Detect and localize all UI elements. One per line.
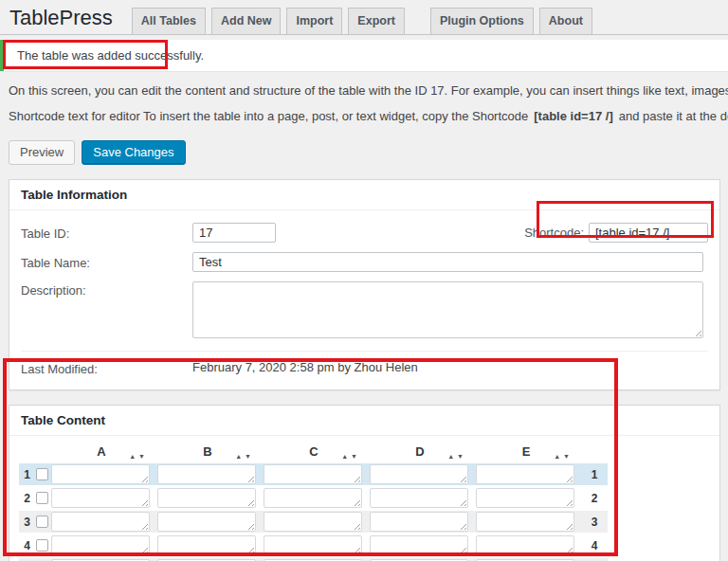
sort-desc-icon[interactable]: ▼ [563,453,570,460]
table-name-label: Table Name: [21,254,192,270]
cell-textarea[interactable] [264,535,362,555]
shortcode-hint-text: Shortcode text for editor To insert the … [9,109,728,123]
column-header-b: B▲▼ [158,444,257,459]
table-content-grid: A▲▼ B▲▼ C▲▼ D▲▼ E▲▼ 1 1 2 2 3 [9,436,719,561]
tab-import[interactable]: Import [286,8,342,34]
sort-desc-icon[interactable]: ▼ [351,453,357,460]
cell-textarea[interactable] [51,488,150,508]
sort-desc-icon[interactable]: ▼ [245,453,251,460]
cell-textarea[interactable] [370,464,468,484]
shortcode-hint-after: and paste it at the desired place in the… [619,109,728,123]
shortcode-hint-before: Shortcode text for editor To insert the … [9,109,528,123]
shortcode-label: Shortcode: [524,226,584,240]
save-changes-button[interactable]: Save Changes [82,140,185,165]
description-textarea[interactable] [192,281,703,338]
table-row: 4 4 [19,534,608,556]
table-content-heading: Table Content [9,406,719,436]
row-checkbox[interactable] [36,468,48,480]
row-number-left: 1 [24,468,30,481]
row-number-right: 1 [585,463,604,485]
sort-desc-icon[interactable]: ▼ [138,453,145,460]
description-label: Description: [21,281,192,298]
sort-asc-icon[interactable]: ▲ [235,453,242,460]
cell-textarea[interactable] [51,535,150,555]
row-number-left: 4 [24,539,30,552]
column-header-a: A▲▼ [52,444,151,459]
cell-textarea[interactable] [264,512,362,532]
cell-textarea[interactable] [476,512,574,532]
row-number-left: 2 [24,492,30,505]
notice-message: The table was added successfully. [17,48,204,63]
cell-textarea[interactable] [157,512,256,532]
column-header-row: A▲▼ B▲▼ C▲▼ D▲▼ E▲▼ [19,442,719,461]
row-number-left: 3 [24,516,30,529]
tab-plugin-options[interactable]: Plugin Options [430,8,534,34]
cell-textarea[interactable] [476,488,574,508]
action-button-row: Preview Save Changes [9,140,728,165]
tab-export[interactable]: Export [348,8,405,34]
table-name-input[interactable] [192,252,703,272]
success-notice: The table was added successfully. [0,40,728,71]
cell-textarea[interactable] [264,464,362,484]
column-label: A [97,444,105,459]
cell-textarea[interactable] [476,535,574,555]
table-id-label: Table ID: [21,225,192,241]
cell-textarea[interactable] [370,535,468,555]
tab-all-tables[interactable]: All Tables [132,8,206,34]
row-checkbox[interactable] [36,492,48,504]
cell-textarea[interactable] [157,535,256,555]
sort-asc-icon[interactable]: ▲ [129,453,136,460]
screen-intro-text: On this screen, you can edit the content… [9,83,728,98]
tab-add-new[interactable]: Add New [211,8,281,34]
table-information-panel: Table Information Table ID: Shortcode: T… [9,179,720,390]
table-row: 1 1 [19,463,608,485]
row-checkbox[interactable] [36,539,48,552]
column-header-c: C▲▼ [264,444,363,459]
row-number-right: 3 [585,511,604,533]
last-modified-label: Last Modified: [21,360,192,376]
row-number-right: 4 [585,534,604,556]
column-header-d: D▲▼ [371,444,469,459]
sort-asc-icon[interactable]: ▲ [447,453,454,460]
tab-about[interactable]: About [539,8,592,34]
row-number-right: 2 [585,487,604,509]
table-row: 2 2 [19,487,608,509]
cell-textarea[interactable] [370,512,468,532]
page-title: TablePress [9,4,113,32]
table-id-input[interactable] [192,223,276,243]
cell-textarea[interactable] [476,464,574,484]
column-label: D [415,444,424,459]
last-modified-value: February 7, 2020 2:58 pm by Zhou Helen [192,360,418,376]
cell-textarea[interactable] [370,488,468,508]
table-content-panel: Table Content A▲▼ B▲▼ C▲▼ D▲▼ E▲▼ 1 1 2 [9,405,720,561]
column-header-e: E▲▼ [477,444,575,459]
table-information-heading: Table Information [9,180,719,210]
row-checkbox[interactable] [36,516,48,528]
column-label: E [522,444,531,459]
shortcode-input[interactable] [589,223,708,243]
cell-textarea[interactable] [157,464,256,484]
cell-textarea[interactable] [51,512,150,532]
sort-asc-icon[interactable]: ▲ [554,453,560,460]
cell-textarea[interactable] [157,488,256,508]
plugin-header: TablePress All Tables Add New Import Exp… [0,0,728,35]
table-row: 3 3 [19,511,608,533]
column-label: B [203,444,211,459]
sort-asc-icon[interactable]: ▲ [341,453,348,460]
preview-button[interactable]: Preview [9,140,75,165]
shortcode-inline-value: [table id=17 /] [528,109,618,123]
cell-textarea[interactable] [51,464,150,484]
column-label: C [309,444,318,459]
sort-desc-icon[interactable]: ▼ [457,453,464,460]
cell-textarea[interactable] [264,488,362,508]
